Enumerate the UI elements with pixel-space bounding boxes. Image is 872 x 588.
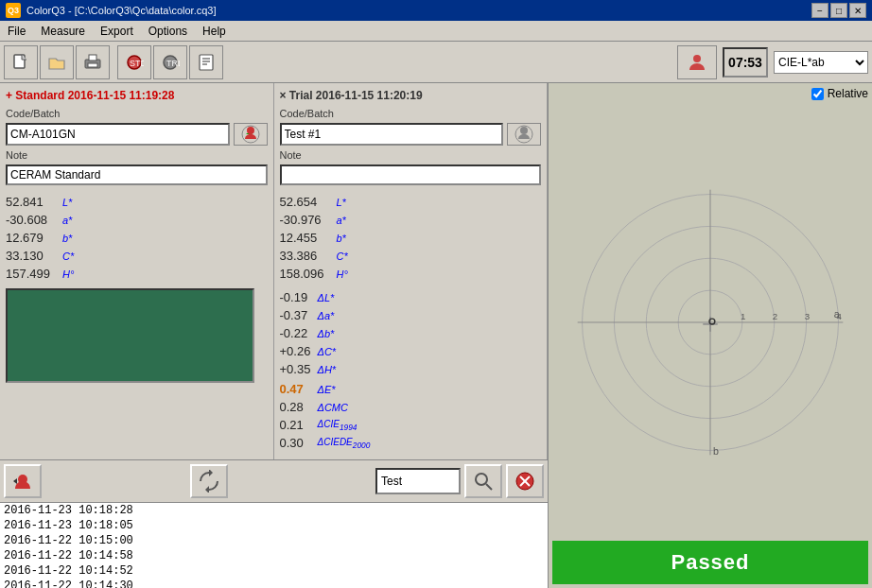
dCIE1994-value: 0.21 (280, 418, 318, 432)
da-value: -0.37 (280, 308, 318, 322)
svg-rect-8 (200, 55, 213, 70)
svg-text:b: b (713, 445, 719, 457)
log-line-5[interactable]: 2016-11-22 10:14:52 (0, 563, 548, 579)
standard-panel: + Standard 2016-11-15 11:19:28 Code/Batc… (0, 83, 274, 459)
dCIEDE2000-value: 0.30 (280, 436, 318, 450)
svg-point-20 (476, 474, 487, 485)
log-line-1[interactable]: 2016-11-23 10:18:28 (0, 503, 548, 518)
search-input[interactable] (375, 468, 461, 494)
delta-section: -0.19ΔL* -0.37Δa* -0.22Δb* +0.26ΔC* +0.3… (280, 290, 542, 450)
color-mode-select[interactable]: CIE-L*ab CIE-L*CH Hunter Lab XYZ (774, 51, 868, 74)
new-button[interactable] (4, 45, 38, 79)
passed-bar: Passed (552, 541, 868, 584)
menu-bar: File Measure Export Options Help (0, 21, 872, 42)
trial-panel: × Trial 2016-11-15 11:20:19 Code/Batch N… (274, 83, 549, 459)
report-button[interactable] (189, 45, 223, 79)
menu-options[interactable]: Options (141, 23, 195, 40)
measure-trial-button[interactable]: TRL (153, 45, 187, 79)
title-bar: Q3 ColorQ3 - [C:\ColorQ3\Qc\data\color.c… (0, 0, 872, 21)
log-panel: 2016-11-23 10:18:28 2016-11-23 10:18:05 … (0, 502, 548, 588)
db-value: -0.22 (280, 326, 318, 340)
window-title: ColorQ3 - [C:\ColorQ3\Qc\data\color.cq3] (26, 5, 217, 16)
svg-text:4: 4 (837, 311, 843, 321)
trial-note-label: Note (280, 149, 542, 161)
standard-note-input[interactable] (6, 164, 268, 185)
main-content: + Standard 2016-11-15 11:19:28 Code/Batc… (0, 83, 872, 588)
trial-H-label: H° (337, 268, 348, 280)
passed-label: Passed (671, 550, 749, 575)
dH-label: ΔH* (318, 364, 337, 375)
std-C-label: C* (62, 251, 74, 262)
trial-H-value: 158.096 (280, 267, 337, 281)
dE-label: ΔE* (318, 384, 336, 395)
svg-text:TRL: TRL (166, 59, 180, 68)
maximize-button[interactable]: □ (830, 3, 847, 18)
delete-button[interactable] (506, 464, 544, 498)
menu-file[interactable]: File (0, 23, 33, 40)
da-label: Δa* (318, 310, 335, 321)
dC-value: +0.26 (280, 344, 318, 358)
svg-rect-3 (89, 55, 96, 61)
trial-code-input[interactable] (280, 123, 504, 146)
std-L-label: L* (62, 197, 72, 208)
std-C-value: 33.130 (6, 249, 62, 263)
svg-line-21 (486, 484, 492, 490)
search-button[interactable] (464, 464, 502, 498)
trial-measurements: 52.654L* -30.976a* 12.455b* 33.386C* 158… (280, 195, 542, 281)
user-icon-button[interactable] (677, 45, 717, 79)
dH-value: +0.35 (280, 362, 318, 376)
back-button[interactable] (4, 464, 42, 498)
std-a-label: a* (62, 215, 72, 226)
svg-text:2: 2 (773, 311, 777, 321)
minimize-button[interactable]: − (811, 3, 828, 18)
color-swatch (6, 288, 254, 383)
standard-header: + Standard 2016-11-15 11:19:28 (6, 89, 268, 102)
measurements-row: + Standard 2016-11-15 11:19:28 Code/Batc… (0, 83, 548, 459)
close-button[interactable]: ✕ (849, 3, 866, 18)
log-line-2[interactable]: 2016-11-23 10:18:05 (0, 518, 548, 533)
trial-C-label: C* (337, 251, 348, 262)
open-button[interactable] (40, 45, 74, 79)
dE-value: 0.47 (280, 382, 318, 396)
log-line-6[interactable]: 2016-11-22 10:14:30 (0, 579, 548, 588)
menu-export[interactable]: Export (93, 23, 141, 40)
log-line-3[interactable]: 2016-11-22 10:15:00 (0, 533, 548, 548)
svg-point-17 (520, 127, 528, 134)
std-b-value: 12.679 (6, 231, 62, 245)
svg-point-15 (247, 127, 254, 134)
svg-text:STD: STD (130, 59, 144, 68)
app-icon: Q3 (6, 3, 21, 18)
dCMC-label: ΔCMC (318, 402, 348, 413)
standard-code-input[interactable] (6, 123, 230, 146)
window-controls: − □ ✕ (811, 3, 866, 18)
trial-C-value: 33.386 (280, 249, 337, 263)
trial-b-label: b* (337, 233, 346, 244)
refresh-button[interactable] (190, 464, 228, 498)
dCMC-value: 0.28 (280, 400, 318, 414)
relative-row: Relative (552, 87, 868, 100)
std-H-value: 157.499 (6, 267, 62, 281)
std-a-value: -30.608 (6, 213, 62, 227)
right-panel: Relative a b 1 2 3 4 (549, 83, 872, 588)
cie-chart-svg: a b 1 2 3 4 (568, 181, 852, 464)
standard-measurements: 52.841L* -30.608a* 12.679b* 33.130C* 157… (6, 195, 268, 281)
relative-checkbox[interactable] (811, 88, 824, 100)
trial-L-value: 52.654 (280, 195, 337, 209)
trial-header: × Trial 2016-11-15 11:20:19 (280, 89, 542, 102)
dC-label: ΔC* (318, 346, 337, 357)
menu-help[interactable]: Help (195, 23, 234, 40)
svg-text:3: 3 (805, 311, 810, 321)
trial-note-input[interactable] (280, 164, 542, 185)
std-L-value: 52.841 (6, 195, 62, 209)
left-panel: + Standard 2016-11-15 11:19:28 Code/Batc… (0, 83, 549, 588)
print-button[interactable] (76, 45, 110, 79)
chart-area: a b 1 2 3 4 (552, 104, 868, 541)
log-line-4[interactable]: 2016-11-22 10:14:58 (0, 548, 548, 563)
measure-standard-button[interactable]: STD (117, 45, 151, 79)
toolbar-right: 07:53 CIE-L*ab CIE-L*CH Hunter Lab XYZ (677, 45, 868, 79)
trial-L-label: L* (337, 197, 346, 208)
menu-measure[interactable]: Measure (33, 23, 93, 40)
standard-add-button[interactable]: + (234, 123, 268, 146)
trial-add-button[interactable] (507, 123, 541, 146)
trial-a-value: -30.976 (280, 213, 337, 227)
